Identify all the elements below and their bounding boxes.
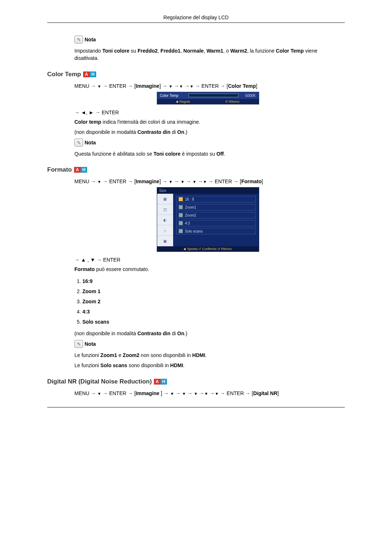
osd-opt: Solo scans bbox=[176, 228, 256, 234]
osd-icon: ◫ bbox=[157, 204, 173, 215]
ah-badge-icon: AH bbox=[154, 379, 167, 385]
formato-note2: Le funzioni Solo scans sono disponibili … bbox=[74, 362, 341, 369]
dnr-menu-path: MENU → ▼ → ENTER → [Immagine ] → ▼ → ▼ →… bbox=[74, 390, 341, 396]
osd-size-title: Size bbox=[157, 188, 259, 194]
footer-rule bbox=[47, 407, 345, 407]
note-icon: ✎ bbox=[74, 340, 83, 348]
formato-nav2: → ▲ , ▼ → ENTER bbox=[74, 257, 341, 263]
note-block: ✎ Nota bbox=[74, 139, 341, 147]
osd-opt: Zoom1 bbox=[176, 204, 256, 210]
osd-slider bbox=[188, 94, 238, 97]
formato-list: 16:9 Zoom 1 Zoom 2 4:3 Solo scans bbox=[74, 276, 341, 327]
note-label: Nota bbox=[85, 140, 96, 145]
section-formato-title: Formato AH bbox=[47, 166, 345, 173]
page-title: Regolazione del display LCD bbox=[163, 15, 229, 20]
formato-menu-path: MENU → ▼ → ENTER → [Immagine] → ▼ → ▼ → … bbox=[74, 178, 341, 184]
ah-badge-icon: AH bbox=[83, 71, 96, 77]
osd-size-panel: Size ▦ ◫ ◐ ☼ ▣ 16 : 9 Zoom1 Zoom2 4:3 So… bbox=[157, 187, 259, 252]
list-item: 16:9 bbox=[82, 276, 341, 286]
osd-color-temp-value: 5000K bbox=[241, 94, 256, 98]
note-label: Nota bbox=[85, 37, 96, 42]
osd-icon: ☼ bbox=[157, 225, 173, 236]
osd-opt: 4:3 bbox=[176, 220, 256, 226]
list-item: Zoom 1 bbox=[82, 286, 341, 296]
osd-ritorno: ↺ Ritorno bbox=[225, 100, 240, 103]
list-item: Solo scans bbox=[82, 317, 341, 327]
color-temp-restrict: (non disponibile in modalità Contrasto d… bbox=[74, 128, 341, 136]
section-dnr-title: Digital NR (Digital Noise Reduction) AH bbox=[47, 378, 345, 385]
osd-size-foot: ◆ Sposta ⏎ Conferma ↺ Ritorno bbox=[157, 246, 259, 251]
section-color-temp-title: Color Temp AH bbox=[47, 71, 345, 78]
note-label: Nota bbox=[85, 341, 96, 347]
osd-opt: Zoom2 bbox=[176, 212, 256, 218]
list-item: Zoom 2 bbox=[82, 296, 341, 307]
osd-regola: ◆ Regola bbox=[176, 100, 190, 103]
note-icon: ✎ bbox=[74, 139, 83, 147]
intro-note-text: Impostando Toni colore su Freddo2, Fredd… bbox=[74, 47, 341, 62]
color-temp-desc: Color temp indica l'intensità dei colori… bbox=[74, 118, 341, 126]
osd-color-temp: Color Temp 5000K ◆ Regola ↺ Ritorno bbox=[157, 92, 259, 104]
formato-restrict: (non disponibile in modalità Contrasto d… bbox=[74, 330, 341, 337]
osd-opt: 16 : 9 bbox=[176, 196, 256, 202]
color-temp-enabled: Questa funzione è abilitata solo se Toni… bbox=[74, 150, 341, 157]
note-icon: ✎ bbox=[74, 36, 83, 44]
osd-icon: ▦ bbox=[157, 194, 173, 204]
ah-badge-icon: AH bbox=[74, 167, 87, 173]
color-temp-nav2: → ◄, ► → ENTER bbox=[74, 110, 341, 115]
osd-icon-column: ▦ ◫ ◐ ☼ ▣ bbox=[157, 194, 173, 246]
osd-icon: ◐ bbox=[157, 215, 173, 225]
note-block: ✎ Nota bbox=[74, 340, 341, 348]
formato-note1: Le funzioni Zoom1 e Zoom2 non sono dispo… bbox=[74, 352, 341, 359]
page-header: Regolazione del display LCD bbox=[47, 15, 345, 23]
list-item: 4:3 bbox=[82, 307, 341, 317]
osd-icon: ▣ bbox=[157, 236, 173, 246]
note-block: ✎ Nota bbox=[74, 36, 341, 44]
color-temp-menu-path: MENU → ▼ → ENTER → [Immagine] → ▼ →▼ →▼ … bbox=[74, 83, 341, 89]
osd-color-temp-label: Color Temp bbox=[160, 94, 185, 98]
formato-switch: Formato può essere commutato. bbox=[74, 266, 341, 273]
